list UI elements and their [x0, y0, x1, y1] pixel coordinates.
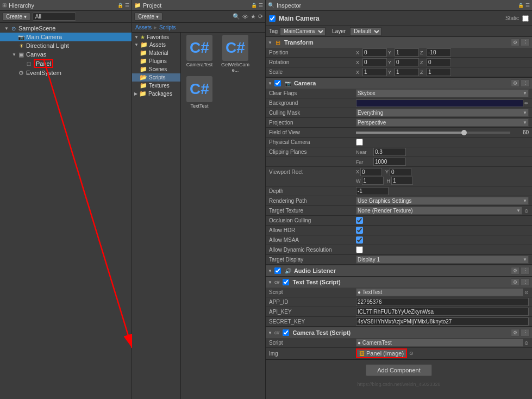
vp-y-input[interactable]: [390, 168, 411, 176]
static-checkbox[interactable]: [522, 15, 529, 22]
audio-settings-btn[interactable]: ⚙: [511, 267, 520, 275]
tree-item-eventsystem[interactable]: ⚙ EventSystem: [0, 68, 132, 77]
fov-slider-track[interactable]: [356, 132, 510, 134]
audio-checkbox[interactable]: [274, 267, 281, 274]
texttest-more-btn[interactable]: ⋮: [521, 278, 530, 286]
inspector-menu-icon[interactable]: ☰: [525, 3, 530, 8]
depth-input[interactable]: [356, 187, 389, 195]
file-getwebcame[interactable]: C# GetWebCame...: [219, 35, 252, 73]
folder-scripts[interactable]: 📂 Scripts: [132, 73, 180, 82]
audio-more-btn[interactable]: ⋮: [521, 267, 530, 275]
cameratest-script-field[interactable]: ● CameraTest: [356, 339, 523, 347]
allow-msaa-checkbox[interactable]: [356, 236, 363, 244]
folder-packages[interactable]: ▶ 📁 Packages: [132, 90, 180, 98]
cameratest-settings-btn[interactable]: ⚙: [511, 329, 520, 336]
app-id-input[interactable]: [356, 298, 529, 306]
cameratest-checkbox[interactable]: [283, 329, 289, 336]
folder-favorites[interactable]: ▼ ★ Favorites: [132, 34, 180, 41]
rotation-y-input[interactable]: [395, 58, 419, 66]
occlusion-culling-checkbox[interactable]: [356, 217, 363, 224]
scale-y-input[interactable]: [395, 68, 419, 76]
transform-arrow: ▼: [268, 40, 272, 45]
folder-material[interactable]: 📁 Material: [132, 49, 180, 57]
folder-textures[interactable]: 📁 Textures: [132, 82, 180, 90]
texttest-header[interactable]: ▼ c# Text Test (Script) ⚙ ⋮: [266, 277, 532, 288]
tree-item-directionallight[interactable]: ☀ Directional Light: [0, 41, 132, 50]
folder-scenes[interactable]: 📁 Scenes: [132, 65, 180, 73]
file-texttest[interactable]: C# TextTest: [183, 76, 216, 109]
cameratest-script-pick[interactable]: ⊙: [524, 340, 529, 346]
culling-mask-dropdown[interactable]: Everything ▼: [356, 109, 529, 117]
texttest-script-field[interactable]: ● TextTest: [356, 288, 523, 296]
breadcrumb-assets[interactable]: Assets: [135, 24, 152, 30]
clipping-near-input[interactable]: [373, 148, 406, 156]
transform-more-btn[interactable]: ⋮: [521, 39, 530, 46]
add-component-btn[interactable]: Add Component: [366, 364, 432, 376]
camera-settings-btn[interactable]: ⚙: [511, 79, 520, 87]
target-texture-dropdown[interactable]: None (Render Texture) ▼: [356, 207, 522, 215]
camera-more-btn[interactable]: ⋮: [521, 79, 530, 87]
hierarchy-menu-icon[interactable]: ☰: [125, 3, 129, 8]
camera-comp-header[interactable]: ▼ 📷 Camera ⚙ ⋮: [266, 78, 532, 89]
vp-h-input[interactable]: [391, 177, 413, 185]
folder-label-scripts: Scripts: [149, 74, 166, 80]
tree-item-maincamera[interactable]: 📷 Main Camera: [0, 33, 132, 41]
rendering-path-dropdown[interactable]: Use Graphics Settings ▼: [356, 197, 529, 205]
tree-item-canvas[interactable]: ▼ ▣ Canvas: [0, 50, 132, 59]
position-y-input[interactable]: [395, 48, 419, 57]
audio-listener-header[interactable]: ▼ 🔊 Audio Listener ⚙ ⋮: [266, 265, 532, 276]
rotation-z-input[interactable]: [427, 58, 451, 66]
star-icon[interactable]: ★: [251, 13, 256, 20]
tag-dropdown[interactable]: MainCamera: [280, 27, 326, 36]
eye-icon[interactable]: 👁: [242, 14, 248, 20]
target-display-dropdown[interactable]: Display 1 ▼: [356, 255, 529, 264]
cameratest-header[interactable]: ▼ c# Camera Test (Script) ⚙ ⋮: [266, 327, 532, 338]
project-create-btn[interactable]: Create ▾: [134, 13, 162, 21]
allow-dynamic-checkbox[interactable]: [356, 246, 363, 253]
physical-camera-checkbox[interactable]: [356, 139, 363, 146]
transform-header[interactable]: ▼ ⊞ Transform ⚙ ⋮: [266, 37, 532, 48]
tree-item-panel[interactable]: □ Panel: [0, 59, 132, 68]
projection-dropdown[interactable]: Perspective ▼: [356, 119, 529, 127]
background-edit-icon[interactable]: ✏: [524, 101, 529, 106]
img-panel-field[interactable]: 🖼 Panel (Image): [356, 348, 407, 358]
scale-z-input[interactable]: [427, 68, 451, 76]
cameratest-more-btn[interactable]: ⋮: [521, 329, 530, 336]
hierarchy-create-btn[interactable]: Create ▾: [2, 13, 30, 21]
obj-active-checkbox[interactable]: [269, 15, 276, 22]
api-key-input[interactable]: [356, 308, 529, 316]
project-lock-icon[interactable]: 🔒: [251, 3, 257, 8]
file-cameratest[interactable]: C# CameraTest: [183, 35, 216, 73]
folder-assets[interactable]: ▼ 📁 Assets: [132, 41, 180, 49]
hierarchy-lock-icon[interactable]: 🔒: [117, 3, 123, 8]
transform-settings-btn[interactable]: ⚙: [511, 39, 520, 46]
camera-comp-checkbox[interactable]: [274, 80, 281, 86]
target-texture-pick-icon[interactable]: ⊙: [524, 208, 529, 214]
file-icon-box-getwebcame: C#: [222, 35, 248, 61]
project-menu-icon[interactable]: ☰: [259, 3, 263, 8]
img-pick-icon[interactable]: ⊙: [409, 351, 414, 356]
folder-plugins[interactable]: 📁 Plugins: [132, 57, 180, 65]
hierarchy-search-input[interactable]: [33, 13, 76, 21]
allow-hdr-checkbox[interactable]: [356, 227, 363, 234]
breadcrumb-scripts[interactable]: Scripts: [159, 24, 176, 30]
position-x-input[interactable]: [362, 48, 387, 57]
tree-item-samplescene[interactable]: ▼ ⊙ SampleScene: [0, 24, 132, 33]
background-color[interactable]: [356, 99, 523, 107]
vp-x-input[interactable]: [360, 168, 382, 176]
layer-dropdown[interactable]: Default: [350, 27, 381, 36]
vp-w-input[interactable]: [362, 177, 384, 185]
history-icon[interactable]: ⟳: [258, 13, 263, 20]
scale-x-input[interactable]: [362, 68, 387, 76]
texttest-script-pick[interactable]: ⊙: [524, 290, 529, 295]
position-z-input[interactable]: [427, 48, 451, 57]
clipping-far-input[interactable]: [373, 158, 406, 166]
search-icon[interactable]: 🔍: [233, 13, 240, 20]
clear-flags-dropdown[interactable]: Skybox ▼: [356, 89, 529, 97]
texttest-settings-btn[interactable]: ⚙: [511, 278, 520, 286]
inspector-lock-icon[interactable]: 🔒: [518, 3, 524, 8]
rotation-x-input[interactable]: [362, 58, 387, 66]
texttest-checkbox[interactable]: [283, 279, 289, 285]
rotation-x-label: X: [356, 60, 361, 65]
secret-key-input[interactable]: [356, 317, 529, 326]
